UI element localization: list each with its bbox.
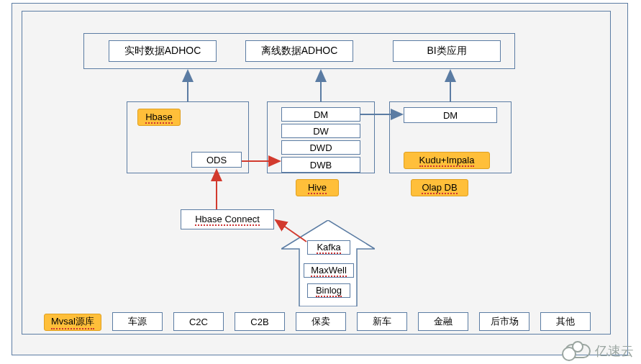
inner-frame: 实时数据ADHOC 离线数据ADHOC BI类应用 Hbase ODS DM D… [22,11,611,335]
badge-hive: Hive [296,179,339,196]
text-hive: Hive [308,182,327,194]
source-qita: 其他 [540,312,591,331]
box-bi-app: BI类应用 [393,40,501,62]
box-dm-hive: DM [281,107,360,122]
source-houshichang: 后市场 [479,312,529,331]
box-ods: ODS [191,152,242,168]
box-maxwell: MaxWell [304,263,354,278]
text-kudu-impala: Kudu+Impala [419,155,475,167]
box-offline-adhoc: 离线数据ADHOC [245,40,353,62]
source-che-yuan: 车源 [112,312,163,331]
badge-olap-db: Olap DB [411,179,468,196]
badge-kudu-impala: Kudu+Impala [404,152,490,169]
box-dwb: DWB [281,157,360,173]
badge-hbase: Hbase [137,109,181,126]
text-mysql-sources: Mvsal源库 [51,315,94,329]
source-c2b: C2B [235,312,285,331]
source-c2c: C2C [173,312,224,331]
cloud-icon [565,344,591,358]
architecture-diagram: 实时数据ADHOC 离线数据ADHOC BI类应用 Hbase ODS DM D… [0,0,641,364]
source-xinche: 新车 [357,312,407,331]
text-maxwell: MaxWell [311,265,347,277]
text-hbase-connect: Hbase Connect [195,214,260,226]
box-dm-olap: DM [404,107,497,123]
watermark: 亿速云 [565,342,634,360]
text-binlog: Binlog [316,285,342,297]
text-hbase: Hbase [145,112,173,124]
box-binlog: Binlog [307,283,350,298]
box-hbase-connect: Hbase Connect [181,209,274,229]
badge-mysql-sources: Mvsal源库 [44,314,101,331]
text-kafka: Kafka [317,242,340,254]
box-dw: DW [281,124,360,138]
source-jinrong: 金融 [418,312,468,331]
box-dwd: DWD [281,140,360,155]
watermark-text: 亿速云 [595,342,634,360]
text-olap-db: Olap DB [422,182,457,194]
source-baomai: 保卖 [296,312,346,331]
box-kafka: Kafka [307,240,350,255]
box-realtime-adhoc: 实时数据ADHOC [109,40,217,62]
